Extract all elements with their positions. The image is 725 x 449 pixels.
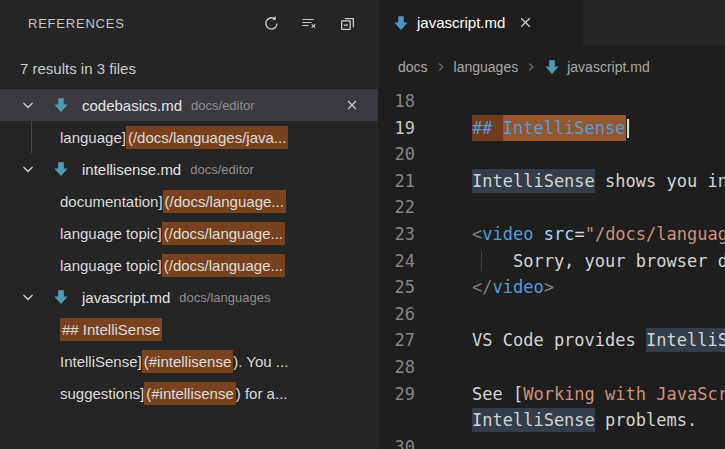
word-highlight: IntelliS	[646, 328, 725, 352]
line-text[interactable]: <video src="/docs/language	[472, 221, 725, 248]
result-row[interactable]: suggestions](#intellisense) for a...	[0, 377, 378, 409]
file-row-intellisense[interactable]: intellisense.md docs/editor	[0, 153, 378, 185]
file-path: docs/editor	[190, 162, 254, 177]
line-number: 23	[378, 221, 415, 248]
code-line: 29See [Working with JavaScri	[378, 381, 725, 408]
code-line-wrapped: IntelliSense problems.	[378, 407, 725, 434]
tab-bar: javascript.md	[378, 0, 725, 45]
code-text: <	[472, 224, 482, 244]
markdown-file-icon	[53, 289, 69, 305]
vscode-window: REFERENCES	[0, 0, 725, 449]
breadcrumb: docs languages javascript.md	[378, 45, 725, 88]
results-summary: 7 results in 3 files	[20, 60, 136, 77]
file-row-javascript[interactable]: javascript.md docs/languages	[0, 281, 378, 313]
line-number: 26	[378, 301, 415, 328]
chevron-down-icon[interactable]	[20, 289, 36, 305]
result-match-highlight: (/docs/languages/java...	[126, 126, 288, 149]
markdown-file-icon	[53, 161, 69, 177]
file-name: intellisense.md	[82, 161, 181, 178]
chevron-down-icon[interactable]	[20, 161, 36, 177]
panel-title: REFERENCES	[28, 16, 262, 31]
code-text: VS Code provides	[472, 330, 646, 350]
close-icon[interactable]	[517, 15, 533, 31]
result-match-highlight: ## IntelliSense	[60, 318, 162, 341]
word-highlight: IntelliSense	[472, 169, 595, 193]
line-number: 18	[378, 88, 415, 115]
result-text: language]	[60, 129, 126, 146]
result-match-highlight: (/docs/language...	[162, 254, 285, 277]
result-row[interactable]: IntelliSense](#intellisense). You ...	[0, 345, 378, 377]
result-text: language topic]	[60, 225, 162, 242]
markdown-file-icon	[544, 59, 560, 75]
code-line: 20	[378, 141, 725, 168]
code-line: 24 Sorry, your browser do	[378, 248, 725, 275]
code-area[interactable]: 18 19## IntelliSense 20 21IntelliSense s…	[378, 88, 725, 449]
file-path: docs/languages	[179, 290, 270, 305]
result-row[interactable]: ## IntelliSense	[0, 313, 378, 345]
result-text: language topic]	[60, 257, 162, 274]
result-row[interactable]: language topic](/docs/language...	[0, 249, 378, 281]
code-line: 30	[378, 434, 725, 449]
result-match-highlight: (/docs/language...	[162, 222, 285, 245]
code-text: See [	[472, 384, 523, 404]
refresh-icon[interactable]	[262, 14, 280, 32]
file-name: javascript.md	[82, 289, 170, 306]
code-text: problems.	[595, 410, 697, 430]
line-number	[378, 407, 415, 434]
line-text[interactable]: See [Working with JavaScri	[472, 381, 725, 408]
code-text: video	[492, 277, 543, 297]
result-match-highlight: (#intellisense	[142, 350, 234, 373]
panel-header: REFERENCES	[0, 0, 378, 46]
breadcrumb-item-docs[interactable]: docs	[398, 59, 428, 75]
text-cursor	[627, 119, 629, 138]
result-match-highlight: (/docs/language...	[163, 190, 286, 213]
result-text: ) for a...	[236, 385, 288, 402]
line-number: 29	[378, 381, 415, 408]
chevron-right-icon	[524, 60, 538, 74]
line-text[interactable]: VS Code provides IntelliS	[472, 327, 725, 354]
result-row[interactable]: documentation](/docs/language...	[0, 185, 378, 217]
code-text: >	[544, 277, 554, 297]
code-line: 28	[378, 354, 725, 381]
indent-guide	[481, 251, 482, 271]
code-line: 23<video src="/docs/language	[378, 221, 725, 248]
clear-all-icon[interactable]	[300, 14, 318, 32]
code-line: 18	[378, 88, 725, 115]
code-text	[533, 224, 543, 244]
code-line: 22	[378, 194, 725, 221]
word-highlight: IntelliSense	[472, 408, 595, 432]
editor-group: javascript.md docs languages javascript.…	[378, 0, 725, 449]
code-text: </	[472, 277, 492, 297]
result-match-highlight: (#intellisense	[144, 382, 236, 405]
line-text[interactable]: IntelliSense problems.	[472, 407, 697, 434]
line-number: 19	[378, 115, 415, 142]
breadcrumb-item-languages[interactable]: languages	[454, 59, 519, 75]
line-number: 21	[378, 168, 415, 195]
line-text[interactable]: Sorry, your browser do	[472, 248, 725, 275]
line-text[interactable]: ## IntelliSense	[472, 115, 629, 142]
file-row-codebasics[interactable]: codebasics.md docs/editor	[0, 89, 378, 121]
tree-indent-guide	[31, 121, 32, 153]
line-text[interactable]: </video>	[472, 274, 554, 301]
code-line: 21IntelliSense shows you in	[378, 168, 725, 195]
code-line: 25</video>	[378, 274, 725, 301]
line-number: 27	[378, 327, 415, 354]
results-tree: codebasics.md docs/editor language](/doc…	[0, 89, 378, 409]
references-panel: REFERENCES	[0, 0, 378, 449]
dismiss-icon[interactable]	[344, 97, 360, 113]
result-row[interactable]: language topic](/docs/language...	[0, 217, 378, 249]
chevron-right-icon	[434, 60, 448, 74]
code-line: 19## IntelliSense	[378, 115, 725, 142]
breadcrumb-item-file[interactable]: javascript.md	[567, 59, 649, 75]
code-text: =	[574, 224, 584, 244]
markdown-file-icon	[53, 97, 69, 113]
collapse-all-icon[interactable]	[338, 14, 356, 32]
file-path: docs/editor	[191, 98, 255, 113]
chevron-down-icon[interactable]	[20, 97, 36, 113]
code-line: 26	[378, 301, 725, 328]
line-text[interactable]: IntelliSense shows you in	[472, 168, 725, 195]
line-number: 25	[378, 274, 415, 301]
tab-javascript-md[interactable]: javascript.md	[378, 0, 583, 45]
line-number: 22	[378, 194, 415, 221]
result-row[interactable]: language](/docs/languages/java...	[0, 121, 378, 153]
